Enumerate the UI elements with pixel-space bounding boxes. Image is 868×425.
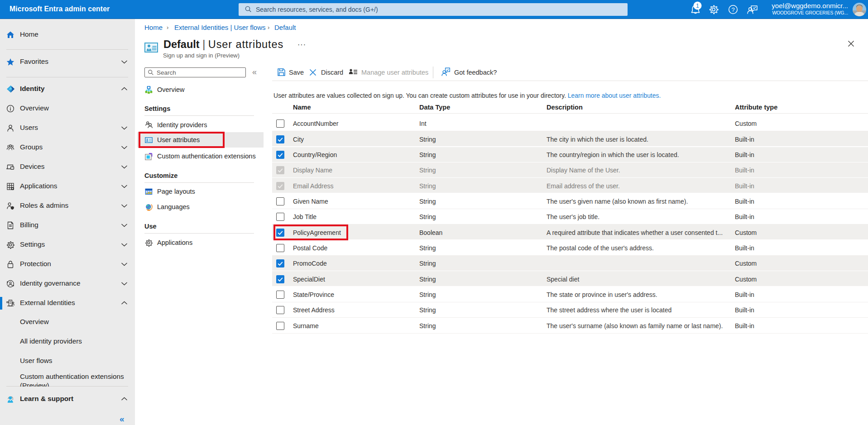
svg-text:1: 1 [696, 3, 699, 9]
